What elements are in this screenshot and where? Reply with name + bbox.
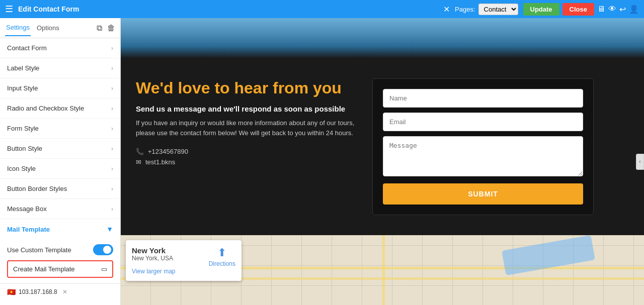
top-bar-actions: Update Close 🖥 👁 ↩ 👤: [523, 3, 639, 16]
mail-template-body: Use Custom Template Create Mail Template…: [0, 239, 120, 283]
preview-icon[interactable]: 👁: [608, 5, 616, 14]
contact-phone: 📞 +1234567890: [136, 148, 357, 155]
email-input[interactable]: [383, 113, 583, 131]
undo-icon[interactable]: ↩: [619, 5, 626, 14]
road-vertical: [382, 235, 385, 305]
close-button[interactable]: Close: [562, 3, 594, 16]
message-input[interactable]: [383, 136, 583, 176]
update-button[interactable]: Update: [523, 3, 559, 16]
phone-icon: 📞: [136, 148, 144, 155]
pages-section: Pages: Contact: [455, 4, 518, 15]
sidebar-item-contact-form[interactable]: Contact Form ›: [0, 38, 120, 58]
sidebar-item-label: Message Box: [7, 205, 47, 213]
create-template-label: Create Mail Template: [13, 265, 75, 273]
contact-email: ✉ test1.bkns: [136, 158, 357, 166]
ip-close-icon[interactable]: ✕: [62, 288, 67, 295]
template-icon: ▭: [101, 265, 107, 273]
sidebar-item-radio-checkbox[interactable]: Radio and Checkbox Style ›: [0, 98, 120, 119]
close-icon[interactable]: ✕: [443, 5, 450, 14]
flag-icon: 🇻🇳: [7, 288, 16, 296]
sidebar: Settings Options ⧉ 🗑 Contact Form › Labe…: [0, 18, 121, 305]
user-icon[interactable]: 👤: [629, 5, 639, 14]
sidebar-item-label-style[interactable]: Label Style ›: [0, 58, 120, 78]
sidebar-item-icon-style[interactable]: Icon Style ›: [0, 159, 120, 179]
duplicate-icon[interactable]: ⧉: [97, 24, 102, 33]
main-layout: Settings Options ⧉ 🗑 Contact Form › Labe…: [0, 18, 644, 305]
create-template-button[interactable]: Create Mail Template ▭: [7, 260, 113, 278]
contact-subtitle: Send us a message and we'll respond as s…: [136, 105, 357, 113]
custom-template-label: Use Custom Template: [7, 246, 71, 254]
chevron-right-icon: ›: [111, 45, 113, 52]
chevron-right-icon: ›: [111, 125, 113, 132]
map-background: New York New York, USA ⬆ Directions View…: [121, 235, 644, 305]
sidebar-item-form-style[interactable]: Form Style ›: [0, 119, 120, 139]
map-country: New York, USA: [132, 255, 173, 262]
contact-form-box: SUBMIT: [372, 78, 594, 215]
custom-template-toggle[interactable]: [93, 244, 113, 255]
sidebar-items-list: Contact Form › Label Style › Input Style…: [0, 38, 120, 305]
sidebar-item-label: Form Style: [7, 125, 39, 132]
pages-label: Pages:: [455, 6, 475, 13]
sidebar-item-label: Icon Style: [7, 165, 36, 172]
delete-icon[interactable]: 🗑: [107, 24, 115, 33]
map-section: New York New York, USA ⬆ Directions View…: [121, 235, 644, 305]
chevron-right-icon: ›: [111, 206, 113, 213]
hero-background: [121, 18, 644, 58]
sidebar-item-label: Input Style: [7, 84, 38, 92]
sidebar-tab-bar: Settings Options ⧉ 🗑: [0, 18, 120, 38]
email-address: test1.bkns: [145, 158, 175, 166]
content-scroll: We'd love to hear from you Send us a mes…: [121, 18, 644, 305]
directions-icon: ⬆: [217, 246, 226, 259]
toggle-slider: [93, 244, 113, 255]
sidebar-item-message-box[interactable]: Message Box ›: [0, 199, 120, 219]
sidebar-item-input-style[interactable]: Input Style ›: [0, 78, 120, 98]
map-overlay: New York New York, USA ⬆ Directions View…: [126, 240, 242, 281]
ip-row: 🇻🇳 103.187.168.8 ✕: [0, 283, 120, 300]
chevron-right-icon: ›: [111, 145, 113, 152]
menu-icon[interactable]: ☰: [5, 4, 13, 15]
phone-number: +1234567890: [148, 148, 188, 155]
sidebar-item-label: Button Style: [7, 145, 42, 152]
contact-section: We'd love to hear from you Send us a mes…: [121, 58, 644, 235]
custom-template-row: Use Custom Template: [7, 244, 113, 255]
collapse-button[interactable]: ‹: [636, 154, 644, 170]
sidebar-item-label: Radio and Checkbox Style: [7, 105, 84, 112]
name-input[interactable]: [383, 89, 583, 108]
page-title: Edit Contact Form: [18, 5, 436, 13]
sidebar-item-label: Label Style: [7, 64, 39, 72]
chevron-right-icon: ›: [111, 65, 113, 72]
submit-button[interactable]: SUBMIT: [383, 183, 583, 205]
chevron-right-icon: ›: [111, 185, 113, 192]
content-area: We'd love to hear from you Send us a mes…: [121, 18, 644, 305]
directions-link[interactable]: Directions: [209, 260, 235, 267]
pages-select[interactable]: Contact: [478, 4, 518, 15]
sidebar-item-button-style[interactable]: Button Style ›: [0, 139, 120, 159]
contact-title: We'd love to hear from you: [136, 78, 357, 97]
contact-left: We'd love to hear from you Send us a mes…: [136, 78, 357, 169]
tab-options[interactable]: Options: [36, 20, 60, 36]
sidebar-item-label: Button Border Styles: [7, 185, 67, 192]
sidebar-item-button-border[interactable]: Button Border Styles ›: [0, 179, 120, 199]
top-bar: ☰ Edit Contact Form ✕ Pages: Contact Upd…: [0, 0, 644, 18]
map-city: New York: [132, 246, 173, 255]
chevron-right-icon: ›: [111, 85, 113, 92]
desktop-icon[interactable]: 🖥: [597, 5, 605, 14]
mail-template-section: Mail Template ▼ Use Custom Template Crea…: [0, 219, 120, 283]
sidebar-item-label: Contact Form: [7, 44, 47, 52]
mail-template-label: Mail Template: [7, 226, 50, 233]
chevron-down-icon: ▼: [106, 225, 113, 233]
tab-settings[interactable]: Settings: [5, 20, 31, 36]
view-larger-map-link[interactable]: View larger map: [132, 268, 175, 275]
mail-template-header[interactable]: Mail Template ▼: [0, 219, 120, 239]
email-icon: ✉: [136, 158, 141, 166]
ip-address: 103.187.168.8: [19, 288, 57, 295]
chevron-right-icon: ›: [111, 105, 113, 112]
chevron-right-icon: ›: [111, 165, 113, 172]
contact-description: If you have an inquiry or would like mor…: [136, 118, 357, 138]
